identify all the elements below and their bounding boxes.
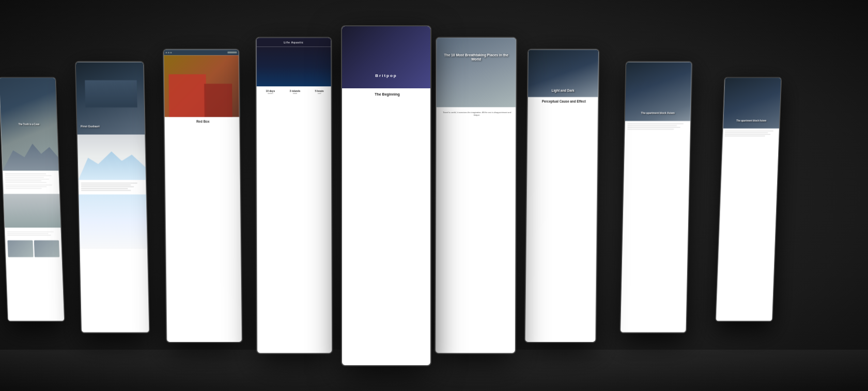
screen-4-nav-title: Life Aquatic bbox=[284, 40, 304, 43]
screen-4-hero bbox=[256, 46, 331, 86]
screen-9-hero-title: The apartment block Axiem bbox=[723, 119, 780, 122]
screen-5-hero: Britpop bbox=[342, 26, 430, 88]
screen-wrapper-3[interactable]: Red Box bbox=[163, 49, 243, 343]
screen-wrapper-6[interactable]: The 10 Most Breathtaking Places in the W… bbox=[435, 37, 517, 354]
screen-1: The Truth is a Cave bbox=[0, 77, 65, 322]
screen-7: Light and Dark Perceptual Cause and Effe… bbox=[524, 49, 600, 343]
stat-boats-label: used bbox=[315, 92, 324, 94]
screen-7-hero-title: Light and Dark bbox=[528, 89, 598, 92]
screen-1-small-img-1 bbox=[7, 240, 33, 257]
nav-dot-1 bbox=[166, 52, 167, 53]
snow-peak bbox=[78, 148, 146, 179]
screen-8-hero-title: The apartment block Axiem bbox=[629, 111, 687, 114]
screen-3: Red Box bbox=[163, 49, 243, 343]
screen-9-hero: The apartment block Axiem bbox=[723, 77, 781, 128]
screen-7-article-title: Perceptual Cause and Effect bbox=[524, 97, 599, 342]
bottom-snow-image bbox=[79, 194, 147, 248]
screen-1-content: The Truth is a Cave bbox=[0, 77, 64, 321]
screen-8: The apartment block Axiem ⊕ ⊗ ⊙ bbox=[619, 61, 692, 333]
screen-wrapper-2[interactable]: First Gudauri bbox=[75, 61, 150, 333]
screen-3-title-area: Red Box bbox=[164, 117, 242, 342]
stat-boats: 5 boats used bbox=[315, 89, 325, 353]
screen-3-title: Red Box bbox=[167, 120, 239, 123]
stat-days-label: duration bbox=[266, 92, 275, 94]
screen-5-hero-title: Britpop bbox=[342, 73, 430, 78]
screen-4: Life Aquatic 10 days duration 3 islands … bbox=[255, 37, 333, 354]
stat-days: 10 days duration bbox=[266, 89, 276, 353]
screen-1-content-area bbox=[3, 170, 59, 192]
screen-wrapper-9[interactable]: The apartment block Axiem bbox=[715, 77, 782, 322]
screen-9-content bbox=[715, 128, 781, 321]
screen-3-hero bbox=[164, 55, 239, 117]
building-2 bbox=[204, 84, 233, 117]
snow-mountains bbox=[78, 134, 146, 180]
screen-8-hero: The apartment block Axiem bbox=[625, 62, 692, 121]
screen-2-hero-title: First Gudauri bbox=[81, 124, 100, 128]
screen-1-hero-title: The Truth is a Cave bbox=[17, 121, 41, 127]
screen-8-content bbox=[619, 121, 692, 333]
screen-5: Britpop The Beginning Grunge comes to th… bbox=[341, 25, 431, 366]
screen-4-stats: 10 days duration 3 islands visited 5 boa… bbox=[256, 86, 333, 354]
nav-dot-2 bbox=[168, 52, 169, 53]
screen-3-nav bbox=[164, 50, 239, 55]
screen-wrapper-5[interactable]: Britpop The Beginning Grunge comes to th… bbox=[341, 25, 431, 366]
screen-1-hero: The Truth is a Cave bbox=[0, 77, 59, 170]
showcase-container: The Truth is a Cave bbox=[0, 0, 868, 391]
building-1 bbox=[168, 74, 206, 117]
nav-dot-3 bbox=[171, 52, 172, 53]
screen-6-hero: The 10 Most Breathtaking Places in the W… bbox=[436, 38, 516, 107]
screen-wrapper-7[interactable]: Light and Dark Perceptual Cause and Effe… bbox=[524, 49, 600, 343]
stat-islands-label: visited bbox=[290, 92, 300, 94]
screen-6-quote: Travel is useful, it exercises the imagi… bbox=[435, 107, 517, 354]
stat-islands: 3 islands visited bbox=[290, 89, 301, 353]
screen-5-article-title: The Beginning bbox=[342, 88, 431, 366]
screen-wrapper-4[interactable]: Life Aquatic 10 days duration 3 islands … bbox=[255, 37, 333, 354]
screen-2: First Gudauri bbox=[75, 61, 150, 333]
screen-1-image-block bbox=[4, 194, 61, 227]
screen-wrapper-1[interactable]: The Truth is a Cave bbox=[0, 77, 65, 322]
screen-6: The 10 Most Breathtaking Places in the W… bbox=[435, 37, 517, 354]
screen-9: The apartment block Axiem bbox=[715, 77, 782, 322]
screen-6-hero-title: The 10 Most Breathtaking Places in the W… bbox=[441, 52, 511, 61]
screen-2-content bbox=[79, 180, 146, 194]
screen-7-hero: Light and Dark bbox=[528, 50, 599, 97]
screen-wrapper-8[interactable]: The apartment block Axiem ⊕ ⊗ ⊙ bbox=[619, 61, 692, 333]
mountain-shape bbox=[2, 137, 59, 170]
screen-1-small-images bbox=[5, 239, 62, 258]
screen-2-hero: First Gudauri bbox=[76, 62, 145, 134]
cable-car-image bbox=[85, 80, 137, 107]
